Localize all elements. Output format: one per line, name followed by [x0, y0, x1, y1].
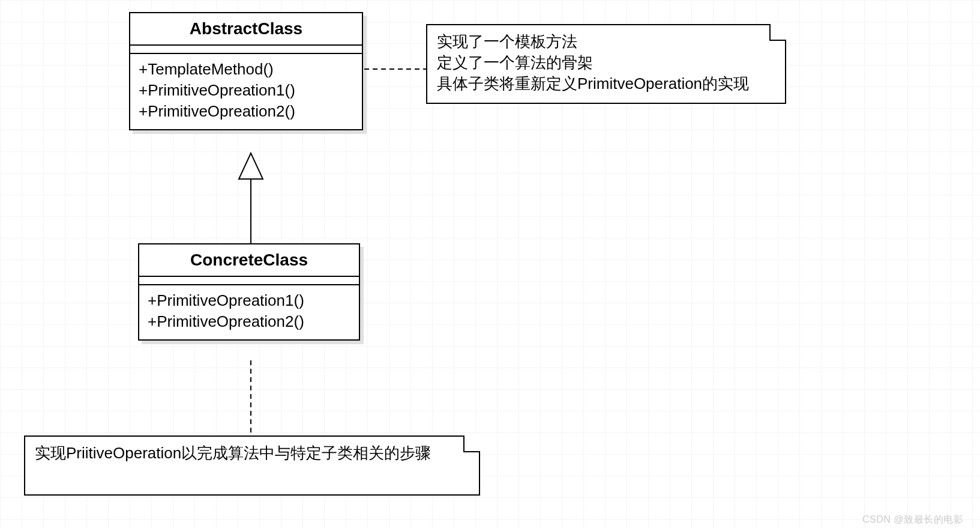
note-line: 实现了一个模板方法 — [437, 31, 775, 52]
note-fold-icon — [463, 435, 480, 452]
class-abstract-methods: +TemplateMethod() +PrimitiveOpreation1()… — [130, 54, 362, 129]
inheritance-arrow-icon — [239, 153, 263, 179]
note-line: 定义了一个算法的骨架 — [437, 52, 775, 73]
method-row: +PrimitiveOpreation2() — [148, 311, 350, 332]
class-abstract-title: AbstractClass — [130, 13, 362, 46]
note-line: 实现PriitiveOperation以完成算法中与特定子类相关的步骤 — [35, 443, 469, 464]
note-fold-icon — [769, 24, 786, 41]
class-abstract: AbstractClass +TemplateMethod() +Primiti… — [129, 12, 363, 130]
class-concrete-title: ConcreteClass — [139, 244, 359, 277]
note-line: 具体子类将重新定义PrimitveOperation的实现 — [437, 73, 775, 94]
class-concrete: ConcreteClass +PrimitiveOpreation1() +Pr… — [138, 243, 360, 341]
watermark-text: CSDN @致最长的电影 — [862, 514, 963, 526]
method-row: +PrimitiveOpreation2() — [139, 101, 353, 122]
method-row: +PrimitiveOpreation1() — [148, 290, 350, 311]
class-abstract-separator — [130, 46, 362, 54]
note-abstract: 实现了一个模板方法 定义了一个算法的骨架 具体子类将重新定义PrimitveOp… — [426, 24, 786, 104]
method-row: +TemplateMethod() — [139, 59, 353, 80]
class-concrete-methods: +PrimitiveOpreation1() +PrimitiveOpreati… — [139, 285, 359, 339]
method-row: +PrimitiveOpreation1() — [139, 80, 353, 101]
class-concrete-separator — [139, 277, 359, 285]
note-concrete: 实现PriitiveOperation以完成算法中与特定子类相关的步骤 — [24, 435, 480, 496]
